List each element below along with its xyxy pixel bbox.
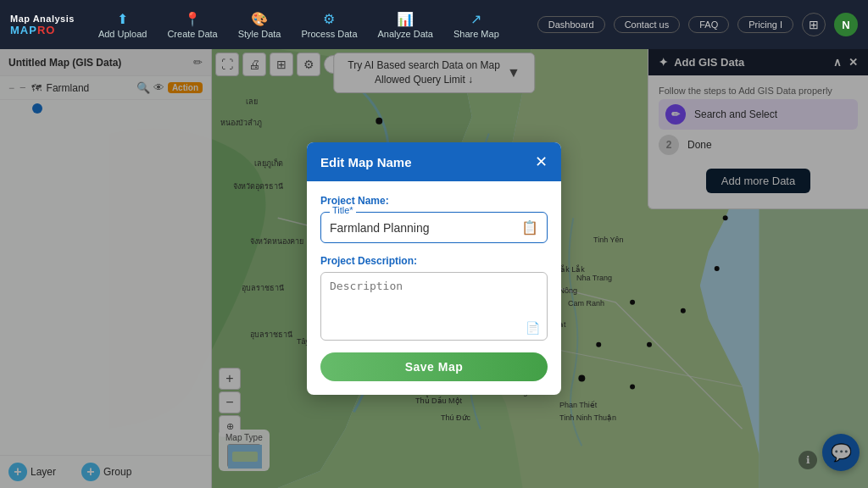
nav-create-data[interactable]: 📍 Create Data [159,8,225,42]
apps-icon[interactable]: ⊞ [802,13,826,36]
nav-process-data[interactable]: ⚙ Process Data [292,8,365,42]
nav-analyze-data[interactable]: 📊 Analyze Data [370,8,442,42]
top-navigation: Map Analysis MAPRO ⬆ Add Upload 📍 Create… [0,0,868,49]
palette-icon: 🎨 [251,11,268,27]
gear-icon: ⚙ [323,11,335,27]
modal-body: Project Name: Title* 📋 Project Descripti… [307,181,561,395]
logo-accent: RO [37,24,56,36]
logo-area: Map Analysis MAPRO [10,14,75,36]
avatar[interactable]: N [834,13,858,36]
app-title: Map Analysis [10,14,75,24]
modal-overlay[interactable]: Edit Map Name ✕ Project Name: Title* 📋 P… [0,49,868,488]
nav-style-data[interactable]: 🎨 Style Data [230,8,290,42]
main-content: เลย หนองบัวลำภู จังหวัดอุดรธานี อุบลราชธ… [0,49,868,488]
title-input[interactable] [330,221,521,235]
contact-button[interactable]: Contact us [614,16,681,33]
save-map-button[interactable]: Save Map [320,352,548,381]
nav-share-map[interactable]: ↗ Share Map [445,8,508,42]
dashboard-button[interactable]: Dashboard [537,16,605,33]
nav-process-data-label: Process Data [301,29,357,39]
doc-icon: 📄 [526,321,540,335]
title-input-label: Title* [330,205,356,215]
title-input-group: Title* 📋 [320,212,548,243]
nav-items: ⬆ Add Upload 📍 Create Data 🎨 Style Data … [90,8,537,42]
nav-style-data-label: Style Data [238,29,281,39]
modal-close-button[interactable]: ✕ [535,152,548,171]
modal-header: Edit Map Name ✕ [307,142,561,181]
description-section-label: Project Description: [320,255,548,267]
description-input-group: 📄 [320,272,548,341]
nav-add-upload-label: Add Upload [98,29,147,39]
nav-analyze-data-label: Analyze Data [378,29,433,39]
nav-share-map-label: Share Map [453,29,499,39]
nav-right: Dashboard Contact us FAQ Pricing I ⊞ N [537,13,858,36]
chart-icon: 📊 [397,11,414,27]
upload-icon: ⬆ [117,11,128,27]
share-icon: ↗ [470,11,481,27]
copy-icon[interactable]: 📋 [521,219,538,236]
description-textarea[interactable] [330,280,538,330]
modal-title: Edit Map Name [320,155,412,169]
nav-create-data-label: Create Data [167,29,217,39]
app-logo: MAPRO [10,24,55,36]
edit-map-name-modal: Edit Map Name ✕ Project Name: Title* 📋 P… [307,142,561,395]
pricing-button[interactable]: Pricing I [737,16,793,33]
pin-icon: 📍 [184,11,201,27]
faq-button[interactable]: FAQ [688,16,729,33]
nav-add-upload[interactable]: ⬆ Add Upload [90,8,156,42]
